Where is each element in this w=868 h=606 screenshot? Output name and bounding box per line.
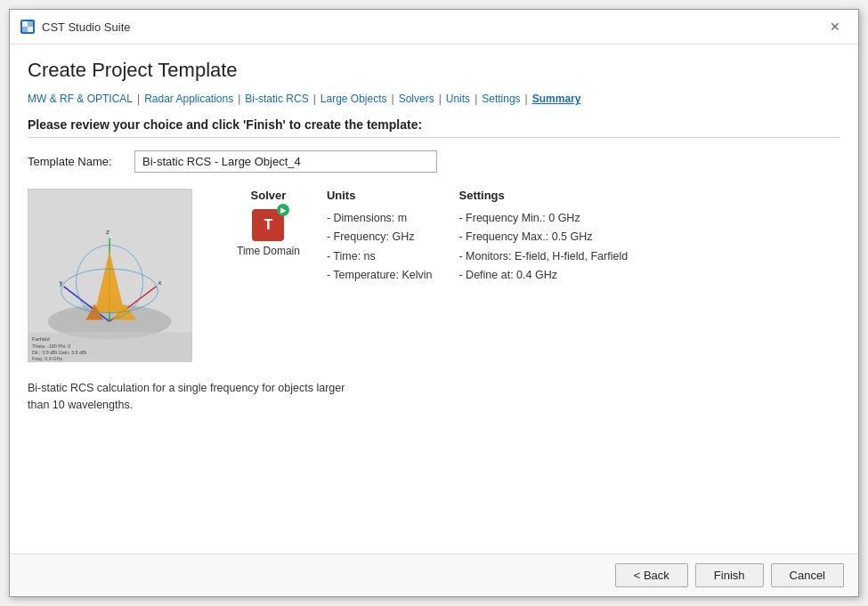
template-name-input[interactable] <box>134 150 437 173</box>
settings-column: Settings - Frequency Min.: 0 GHz - Frequ… <box>458 189 628 362</box>
settings-item-3: - Define at: 0.4 GHz <box>458 266 628 285</box>
nav-item-large-objects[interactable]: Large Objects <box>320 93 387 105</box>
nav-sep-7: | <box>525 93 528 105</box>
settings-item-2: - Monitors: E-field, H-field, Farfield <box>458 247 628 266</box>
units-column: Units - Dimensions: m - Frequency: GHz -… <box>327 189 433 362</box>
solver-play-icon: ▶ <box>277 204 289 216</box>
svg-text:x: x <box>158 279 161 287</box>
svg-text:z: z <box>106 228 110 236</box>
svg-text:Theta: -180 Phi: 0: Theta: -180 Phi: 0 <box>32 343 70 349</box>
title-bar: CST Studio Suite ✕ <box>10 10 858 44</box>
svg-rect-0 <box>22 21 28 27</box>
solver-icon: T ▶ <box>252 209 284 241</box>
nav-sep-3: | <box>313 93 316 105</box>
svg-text:Freq: 0.4 GHz: Freq: 0.4 GHz <box>32 356 62 361</box>
title-bar-left: CST Studio Suite <box>20 20 130 34</box>
svg-text:Dir.: 3.8 dBi  Gain: 3.8 dBi: Dir.: 3.8 dBi Gain: 3.8 dBi <box>32 350 86 355</box>
content-area: Create Project Template MW & RF & OPTICA… <box>10 44 858 553</box>
solver-label: Time Domain <box>237 245 300 257</box>
solver-header: Solver <box>251 189 287 202</box>
svg-rect-2 <box>28 21 33 27</box>
preview-image: y x z Farfield Theta: -180 Phi: 0 Dir.: … <box>28 189 192 362</box>
nav-sep-6: | <box>475 93 477 105</box>
nav-item-solvers[interactable]: Solvers <box>399 93 434 105</box>
svg-rect-3 <box>22 27 28 32</box>
summary-grid: y x z Farfield Theta: -180 Phi: 0 Dir.: … <box>28 189 840 362</box>
main-window: CST Studio Suite ✕ Create Project Templa… <box>9 9 859 597</box>
info-columns: Solver T ▶ Time Domain Units - Dimension… <box>192 189 628 362</box>
units-item-3: - Temperature: Kelvin <box>327 266 433 285</box>
svg-text:y: y <box>60 279 63 287</box>
page-title: Create Project Template <box>28 59 840 82</box>
section-header: Please review your choice and click 'Fin… <box>28 117 840 138</box>
units-item-2: - Time: ns <box>327 247 433 266</box>
cancel-button[interactable]: Cancel <box>771 563 844 587</box>
settings-item-1: - Frequency Max.: 0.5 GHz <box>458 228 628 246</box>
bottom-bar: < Back Finish Cancel <box>10 553 858 596</box>
nav-sep-4: | <box>392 93 394 105</box>
nav-item-radar[interactable]: Radar Applications <box>144 93 233 105</box>
nav-item-units[interactable]: Units <box>446 93 470 105</box>
nav-item-settings[interactable]: Settings <box>482 93 520 105</box>
nav-sep-2: | <box>238 93 240 105</box>
breadcrumb-nav: MW & RF & OPTICAL | Radar Applications |… <box>28 93 840 105</box>
nav-item-summary[interactable]: Summary <box>532 93 581 105</box>
units-header: Units <box>327 189 433 202</box>
nav-item-bistatic[interactable]: Bi-static RCS <box>245 93 308 105</box>
svg-text:Farfield: Farfield <box>32 336 50 342</box>
nav-sep-5: | <box>439 93 442 105</box>
svg-rect-1 <box>28 27 33 32</box>
nav-sep-1: | <box>137 93 140 105</box>
back-button[interactable]: < Back <box>615 563 688 587</box>
description-text: Bi-static RCS calculation for a single f… <box>28 380 366 414</box>
app-icon <box>20 20 35 34</box>
close-button[interactable]: ✕ <box>823 17 848 36</box>
settings-item-0: - Frequency Min.: 0 GHz <box>458 209 628 228</box>
finish-button[interactable]: Finish <box>695 563 764 587</box>
settings-header: Settings <box>458 189 628 202</box>
units-item-1: - Frequency: GHz <box>327 228 433 246</box>
app-title: CST Studio Suite <box>42 20 130 34</box>
units-item-0: - Dimensions: m <box>327 209 433 228</box>
template-name-row: Template Name: <box>28 150 840 173</box>
nav-item-mw-rf[interactable]: MW & RF & OPTICAL <box>28 93 133 105</box>
template-name-label: Template Name: <box>28 155 126 168</box>
solver-column: Solver T ▶ Time Domain <box>219 189 300 362</box>
